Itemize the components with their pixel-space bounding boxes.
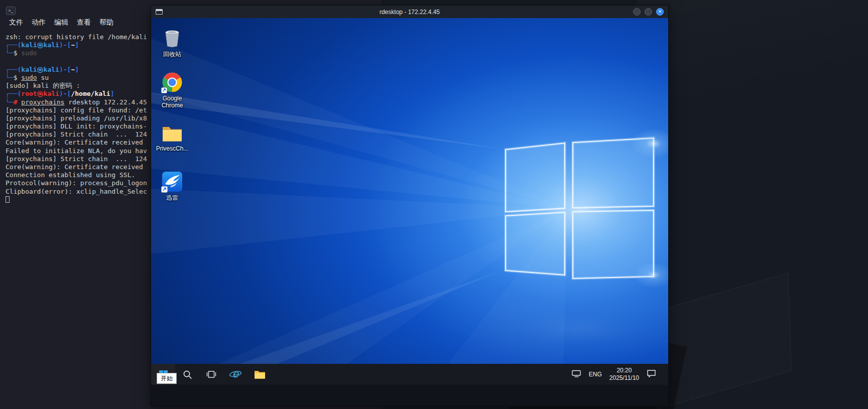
recycle-bin-icon <box>161 27 183 49</box>
shortcut-arrow-badge <box>161 88 167 93</box>
desktop-icon-xunlei[interactable]: 迅雷 <box>155 171 189 201</box>
desktop-icon-google-chrome[interactable]: Google Chrome <box>155 71 189 109</box>
menu-edit[interactable]: 编辑 <box>54 17 68 27</box>
folder-icon <box>161 124 183 144</box>
menu-help[interactable]: 帮助 <box>99 17 113 27</box>
terminal-icon: >_ <box>6 7 16 15</box>
clock-date: 2025/11/10 <box>609 374 639 382</box>
maximize-button[interactable] <box>645 8 652 16</box>
start-tooltip: 开始 <box>157 373 177 384</box>
search-icon <box>183 370 192 379</box>
svg-text:e: e <box>232 368 239 380</box>
task-view-icon <box>206 370 217 378</box>
taskbar-clock[interactable]: 20:20 2025/11/10 <box>609 367 639 382</box>
network-tray-button[interactable] <box>572 370 581 379</box>
input-language-indicator[interactable]: ENG <box>589 371 602 378</box>
desktop-icon-label: Google Chrome <box>155 95 189 109</box>
xunlei-icon <box>161 171 183 193</box>
window-title: rdesktop - 172.22.4.45 <box>151 9 668 16</box>
chrome-icon <box>161 71 183 93</box>
rdesktop-titlebar[interactable]: rdesktop - 172.22.4.45 ✕ <box>151 6 668 18</box>
search-button[interactable] <box>175 364 199 385</box>
minimize-button[interactable] <box>633 8 641 16</box>
desktop-icon-recycle-bin[interactable]: 回收站 <box>155 27 189 58</box>
close-button[interactable]: ✕ <box>656 8 664 16</box>
shortcut-arrow-badge <box>162 187 168 193</box>
file-explorer-icon <box>254 370 266 379</box>
window-icon <box>156 9 163 15</box>
windows-wallpaper <box>151 18 668 385</box>
remote-desktop-view[interactable]: 回收站 Google Chrome <box>151 18 668 385</box>
windows-taskbar: e E <box>151 364 668 385</box>
desktop-icon-privesc-folder[interactable]: PrivescCh... <box>155 124 189 152</box>
desktop-icon-label: 回收站 <box>155 51 189 58</box>
rdesktop-window: rdesktop - 172.22.4.45 ✕ <box>151 6 668 406</box>
file-explorer-button[interactable] <box>247 364 272 385</box>
system-tray: ENG 20:20 2025/11/10 <box>572 364 668 385</box>
desktop-icon-label: PrivescCh... <box>155 145 189 152</box>
menu-view[interactable]: 查看 <box>77 17 91 27</box>
network-icon <box>572 370 581 377</box>
menu-file[interactable]: 文件 <box>9 17 23 27</box>
desktop-icon-label: 迅雷 <box>155 194 189 201</box>
background-decoration <box>653 273 792 409</box>
clock-time: 20:20 <box>609 367 639 374</box>
task-view-button[interactable] <box>199 364 223 385</box>
action-center-icon <box>647 369 656 378</box>
action-center-button[interactable] <box>647 369 656 380</box>
menu-actions[interactable]: 动作 <box>32 17 46 27</box>
window-controls: ✕ <box>633 8 668 16</box>
internet-explorer-button[interactable]: e <box>223 364 247 385</box>
internet-explorer-icon: e <box>229 368 242 381</box>
